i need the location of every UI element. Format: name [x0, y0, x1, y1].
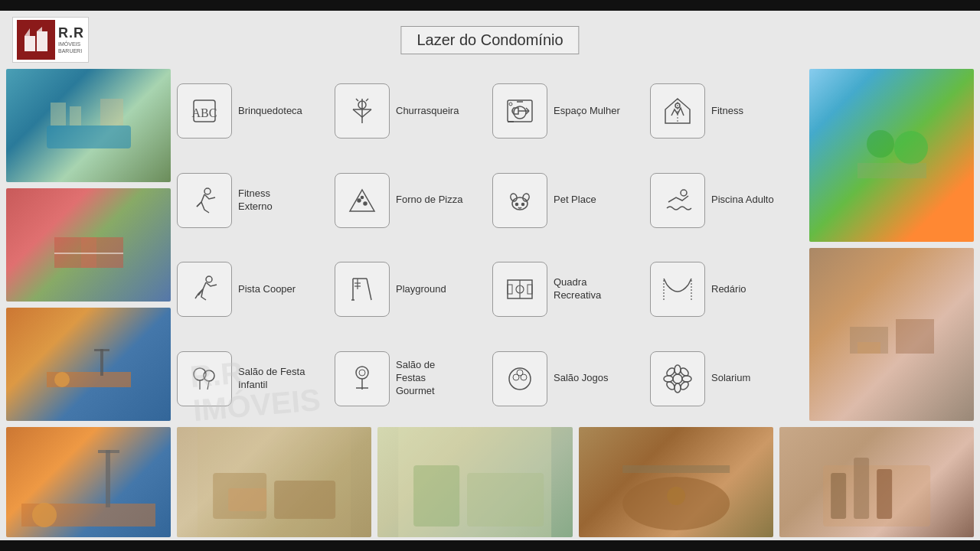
svg-rect-56 — [508, 285, 512, 294]
court-icon — [503, 272, 537, 306]
header: R.R IMÓVEIS BARUERI Lazer do Condomínio — [0, 11, 980, 69]
svg-point-42 — [522, 193, 531, 202]
svg-point-84 — [894, 131, 928, 165]
svg-rect-6 — [51, 103, 66, 126]
piscina-adulto-label: Piscina Adulto — [711, 194, 774, 207]
bottom-photo-lounge — [177, 427, 371, 537]
swim-icon — [661, 184, 694, 217]
amenities-grid: ABC Brinquedoteca — [177, 69, 803, 421]
svg-point-75 — [675, 365, 681, 374]
court-illustration — [39, 214, 139, 276]
amenity-espaco-mulher: Espaço Mulher — [492, 69, 645, 154]
page-title: Lazer do Condomínio — [400, 26, 579, 54]
svg-point-41 — [510, 193, 518, 202]
amenity-playground: Playground — [335, 247, 488, 332]
pet-place-icon-box — [492, 173, 547, 228]
svg-rect-90 — [858, 342, 880, 354]
svg-rect-101 — [467, 473, 544, 527]
svg-point-44 — [522, 203, 524, 205]
svg-point-38 — [364, 202, 367, 205]
quadra-recreativa-label: Quadra Recreativa — [554, 276, 622, 302]
svg-point-39 — [361, 196, 364, 198]
main-layout: ABC Brinquedoteca — [0, 69, 980, 427]
playground-icon-box — [335, 262, 390, 317]
svg-rect-17 — [94, 349, 109, 351]
svg-text:ABC: ABC — [192, 106, 217, 119]
svg-point-72 — [513, 374, 519, 380]
redario-label: Redário — [711, 283, 746, 296]
pista-cooper-label: Pista Cooper — [238, 283, 296, 296]
svg-point-85 — [867, 130, 894, 158]
logo-icon-area — [17, 20, 55, 60]
svg-line-65 — [207, 381, 209, 390]
bottom-bar — [0, 540, 980, 551]
svg-point-70 — [509, 368, 531, 390]
amenity-salao-festas-gourmet: Salão de Festas Gourmet — [335, 337, 488, 422]
kids-illustration — [842, 125, 942, 186]
svg-marker-3 — [37, 27, 42, 31]
amenity-fitness: Fitness — [650, 69, 803, 154]
amenity-solarium: Solarium — [650, 337, 803, 422]
svg-rect-12 — [54, 253, 123, 254]
svg-marker-2 — [24, 28, 30, 36]
svg-rect-16 — [100, 349, 103, 376]
svg-rect-108 — [877, 469, 892, 519]
espaco-mulher-label: Espaço Mulher — [554, 105, 620, 118]
svg-point-66 — [356, 367, 368, 379]
svg-rect-0 — [24, 36, 35, 51]
bottom-photo-basket — [6, 427, 171, 537]
salao-jogos-label: Salão Jogos — [554, 372, 609, 385]
svg-point-68 — [359, 370, 365, 376]
svg-point-103 — [667, 487, 685, 505]
amenities-center: ABC Brinquedoteca — [177, 69, 803, 421]
flower-icon — [661, 362, 694, 396]
svg-rect-98 — [198, 427, 351, 537]
top-bar — [0, 0, 980, 11]
solarium-icon-box — [650, 351, 705, 406]
svg-point-92 — [32, 503, 57, 527]
fitness-externo-icon-box — [177, 173, 232, 228]
run-icon — [188, 184, 221, 217]
amenity-quadra-recreativa: Quadra Recreativa — [492, 247, 645, 332]
amenity-salao-jogos: Salão Jogos — [492, 337, 645, 422]
salao-festas-gourmet-icon-box — [335, 351, 390, 406]
svg-rect-89 — [896, 319, 934, 354]
right-photos — [809, 69, 974, 421]
svg-point-74 — [673, 374, 682, 383]
svg-rect-8 — [100, 99, 123, 126]
main-container: R.R IMÓVEIS BARUERI Lazer do Condomínio — [0, 0, 980, 551]
svg-rect-1 — [37, 31, 47, 51]
solarium-label: Solarium — [711, 372, 750, 385]
churrasqueira-icon-box — [335, 83, 390, 139]
brinquedoteca-icon-box: ABC — [177, 83, 232, 139]
photo-kids-room — [809, 69, 974, 242]
svg-line-24 — [366, 99, 368, 101]
amenity-pet-place: Pet Place — [492, 158, 645, 243]
fitness-icon-box — [650, 83, 705, 139]
amenity-brinquedoteca: ABC Brinquedoteca — [177, 69, 330, 154]
logo-line2: BARUERI — [58, 48, 84, 54]
svg-point-46 — [206, 276, 212, 282]
svg-rect-107 — [854, 458, 869, 519]
house-fitness-icon — [661, 94, 694, 128]
svg-point-37 — [358, 199, 361, 202]
amenity-pista-cooper: Pista Cooper — [177, 247, 330, 332]
svg-point-77 — [664, 376, 673, 382]
salao-festa-infantil-label: Salão de Festa Infantil — [238, 366, 307, 392]
photo-basket — [6, 308, 171, 421]
pizza-icon — [345, 184, 379, 217]
svg-point-27 — [509, 103, 512, 106]
quadra-recreativa-icon-box — [492, 262, 547, 317]
gourmet-icon — [345, 362, 379, 396]
left-photos — [6, 69, 171, 421]
bottom-photo-bright — [377, 427, 572, 537]
fitness-externo-label: Fitness Externo — [238, 187, 307, 214]
amenity-piscina-adulto: Piscina Adulto — [650, 158, 803, 243]
svg-point-73 — [521, 374, 527, 380]
svg-rect-104 — [622, 465, 730, 473]
content-area: R.R IMÓVEIS BARUERI Lazer do Condomínio — [0, 11, 980, 540]
logo-box: R.R IMÓVEIS BARUERI — [12, 17, 89, 63]
svg-rect-5 — [47, 126, 131, 148]
basket-bottom-illustration — [6, 427, 171, 537]
building-icon — [21, 25, 51, 54]
